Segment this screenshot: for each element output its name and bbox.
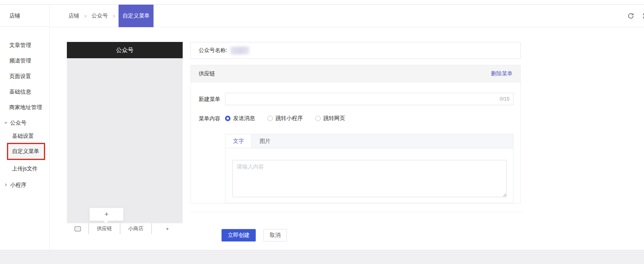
topbar: 店铺 > 公众号 > 自定义菜单 超级管理员 <box>50 5 644 27</box>
radio-label: 跳转小程序 <box>276 115 303 122</box>
account-name-label: 公众号名称: <box>199 47 227 54</box>
radio-jump-webpage[interactable]: 跳转网页 <box>315 115 345 122</box>
sidebar-item-mini-program[interactable]: 小程序 <box>0 181 49 189</box>
phone-menu-bar: 供应链 小商店 + <box>67 223 183 234</box>
sidebar-item-channel-management[interactable]: 频道管理 <box>0 57 49 64</box>
form-divider <box>190 212 523 212</box>
refresh-icon[interactable] <box>627 12 634 19</box>
char-counter: 0/15 <box>500 93 510 105</box>
phone-menu-add-button[interactable]: + <box>152 223 183 234</box>
radio-label: 发送消息 <box>233 115 255 122</box>
new-menu-input[interactable] <box>225 93 513 105</box>
radio-dot-icon <box>267 116 273 121</box>
delete-menu-link[interactable]: 删除菜单 <box>491 70 513 77</box>
breadcrumb-item-custom-menu-active[interactable]: 自定义菜单 <box>119 5 154 27</box>
menu-edit-section: 供应链 删除菜单 新建菜单 0/15 菜单内容 发送消息 跳转小程序 跳转网页 <box>190 65 521 204</box>
breadcrumb-item-official-account[interactable]: 公众号 <box>90 5 110 27</box>
chevron-down-icon <box>4 121 8 125</box>
radio-label: 跳转网页 <box>323 115 345 122</box>
new-menu-input-wrap: 0/15 <box>225 93 513 105</box>
sidebar: 店铺 文章管理 频道管理 页面设置 基础信息 商家地址管理 公众号 基础设置 自… <box>0 5 50 250</box>
sidebar-item-basic-info[interactable]: 基础信息 <box>0 88 49 96</box>
sidebar-item-label: 自定义菜单 <box>12 148 39 155</box>
admin-console: 店铺 文章管理 频道管理 页面设置 基础信息 商家地址管理 公众号 基础设置 自… <box>0 0 644 264</box>
radio-jump-mini-program[interactable]: 跳转小程序 <box>267 115 303 122</box>
phone-title: 公众号 <box>67 42 183 58</box>
breadcrumb-separator: > <box>110 5 119 27</box>
sidebar-item-page-settings[interactable]: 页面设置 <box>0 72 49 80</box>
sidebar-item-upload-js[interactable]: 上传js文件 <box>0 165 49 172</box>
section-title: 供应链 <box>199 70 215 77</box>
fullscreen-icon[interactable] <box>642 12 644 19</box>
account-name-box: 公众号名称: <box>190 42 521 59</box>
menu-content-label: 菜单内容 <box>199 114 220 123</box>
radio-send-message[interactable]: 发送消息 <box>225 115 255 122</box>
radio-dot-icon <box>315 116 321 121</box>
menu-content-radio-group: 发送消息 跳转小程序 跳转网页 <box>225 114 345 123</box>
footer-strip <box>0 250 644 264</box>
chat-bubble-icon[interactable] <box>67 223 88 234</box>
sidebar-item-basic-settings[interactable]: 基础设置 <box>0 132 49 140</box>
phone-menu-item-small-shop[interactable]: 小商店 <box>120 223 151 234</box>
sidebar-item-label: 小程序 <box>10 181 26 189</box>
phone-menu-item-supply-chain[interactable]: 供应链 <box>89 223 120 234</box>
topbar-right: 超级管理员 <box>627 5 644 27</box>
sidebar-item-official-account[interactable]: 公众号 <box>0 119 49 127</box>
phone-preview: 公众号 + 供应链 小商店 + <box>67 42 183 234</box>
cancel-button[interactable]: 取消 <box>264 229 287 241</box>
tab-image[interactable]: 图片 <box>252 134 278 148</box>
section-header: 供应链 删除菜单 <box>191 65 520 82</box>
message-editor: 文字 图片 <box>225 134 513 203</box>
editor-tabs: 文字 图片 <box>225 134 513 148</box>
breadcrumb-separator: > <box>81 5 90 27</box>
app-logo: 店铺 <box>0 5 49 27</box>
editor-area <box>225 148 513 203</box>
sidebar-item-label: 公众号 <box>10 119 26 127</box>
content-textarea[interactable] <box>232 160 507 197</box>
breadcrumb-item-shop[interactable]: 店铺 <box>67 5 81 27</box>
chevron-right-icon <box>4 183 8 187</box>
new-menu-label: 新建菜单 <box>199 93 220 105</box>
radio-dot-icon <box>225 116 230 121</box>
sidebar-item-custom-menu-active[interactable]: 自定义菜单 <box>7 143 45 160</box>
breadcrumb: 店铺 > 公众号 > 自定义菜单 <box>50 5 154 27</box>
sidebar-item-merchant-address[interactable]: 商家地址管理 <box>0 103 49 111</box>
sidebar-item-article-management[interactable]: 文章管理 <box>0 41 49 49</box>
account-name-value-redacted <box>230 47 249 54</box>
phone-body: + <box>67 58 183 223</box>
tab-text-active[interactable]: 文字 <box>225 134 252 148</box>
create-now-button[interactable]: 立即创建 <box>222 229 256 241</box>
